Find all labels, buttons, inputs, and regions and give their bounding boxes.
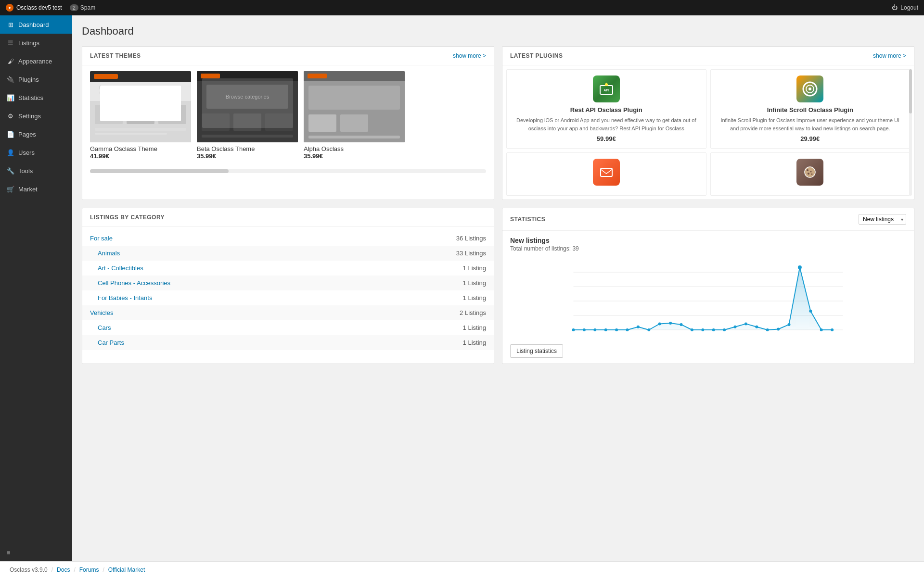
svg-point-67 (809, 310, 812, 313)
topbar-spam[interactable]: 2 Spam (70, 4, 95, 11)
theme-card-2: Browse categories Beta Osclass Theme 35.… (197, 71, 298, 160)
listings-body: For sale 36 Listings Animals 33 Listings… (82, 227, 494, 354)
theme-name-1: Gamma Osclass Theme (90, 145, 191, 152)
statistics-dropdown[interactable]: New listings Views (859, 214, 906, 225)
theme-name-2: Beta Osclass Theme (197, 145, 298, 152)
sidebar-item-pages[interactable]: 📄 Pages (0, 125, 72, 143)
plugins-scrollbar (909, 69, 912, 196)
topbar-site[interactable]: ● Osclass dev5 test (6, 4, 62, 12)
table-row: For sale 36 Listings (82, 231, 494, 246)
svg-point-37 (808, 173, 809, 175)
sidebar-item-plugins[interactable]: 🔌 Plugins (0, 70, 72, 88)
table-row: Vehicles 2 Listings (82, 305, 494, 320)
sidebar-toggle[interactable]: ≡ (0, 544, 72, 561)
themes-show-more[interactable]: show more > (453, 52, 486, 59)
table-row: Car Parts 1 Listing (82, 335, 494, 350)
category-link-animals[interactable]: Animals (98, 250, 120, 257)
svg-point-56 (691, 328, 693, 331)
svg-rect-23 (308, 86, 400, 110)
pages-icon: 📄 (7, 130, 14, 138)
sidebar-label-plugins: Plugins (18, 76, 39, 83)
table-row: Cars 1 Listing (82, 320, 494, 335)
spam-label: Spam (80, 4, 95, 11)
svg-point-63 (766, 328, 769, 331)
themes-scrollbar[interactable] (90, 169, 486, 173)
category-link-babies[interactable]: For Babies - Infants (98, 294, 152, 302)
sidebar-item-settings[interactable]: ⚙ Settings (0, 107, 72, 125)
sidebar-label-users: Users (18, 149, 35, 156)
sidebar-label-appearance: Appearance (18, 58, 52, 65)
statistics-dropdown-wrap: New listings Views (859, 214, 906, 225)
svg-point-65 (788, 323, 791, 326)
theme-image-3 (304, 71, 405, 142)
svg-text:API: API (603, 88, 609, 92)
appearance-icon: 🖌 (7, 57, 14, 65)
svg-point-58 (712, 328, 715, 331)
sidebar-item-listings[interactable]: ☰ Listings (0, 34, 72, 52)
chart-title: New listings (510, 237, 906, 244)
theme-card-3: Alpha Osclass 35.99€ (304, 71, 405, 160)
chart-area (510, 258, 906, 335)
svg-point-69 (831, 328, 834, 331)
plugins-show-more[interactable]: show more > (873, 52, 906, 59)
svg-rect-10 (95, 133, 167, 135)
footer-forums[interactable]: Forums (79, 566, 99, 573)
plugin-price-1: 59.99€ (513, 135, 700, 142)
sidebar-item-dashboard[interactable]: ⊞ Dashboard (0, 15, 72, 34)
svg-rect-16 (202, 113, 230, 131)
footer-docs[interactable]: Docs (57, 566, 70, 573)
plugin-name-2: Infinite Scroll Osclass Plugin (717, 106, 904, 113)
sidebar: ⊞ Dashboard ☰ Listings 🖌 Appearance 🔌 Pl… (0, 15, 72, 561)
settings-icon: ⚙ (7, 112, 14, 120)
sidebar-label-tools: Tools (18, 167, 33, 175)
main-content: Dashboard LATEST THEMES show more > (72, 15, 924, 561)
plugin-card-4 (710, 152, 911, 196)
api-icon: API (599, 82, 614, 96)
sidebar-item-tools[interactable]: 🔧 Tools (0, 162, 72, 180)
themes-panel-title: LATEST THEMES (90, 52, 141, 59)
sidebar-label-listings: Listings (18, 39, 39, 47)
footer-market[interactable]: Official Market (108, 566, 145, 573)
svg-rect-19 (202, 135, 293, 138)
svg-point-49 (615, 328, 618, 331)
svg-rect-5 (100, 91, 157, 94)
svg-rect-6 (95, 105, 123, 124)
plugin-icon-4 (796, 159, 823, 186)
sidebar-item-users[interactable]: 👤 Users (0, 143, 72, 162)
theme-svg-1 (90, 71, 191, 142)
sidebar-item-appearance[interactable]: 🖌 Appearance (0, 52, 72, 70)
category-link-vehicles[interactable]: Vehicles (90, 309, 113, 316)
svg-point-35 (807, 169, 808, 171)
themes-panel: LATEST THEMES show more > (82, 46, 494, 200)
svg-rect-9 (95, 128, 186, 131)
page-title: Dashboard (82, 25, 914, 38)
theme-image-1 (90, 71, 191, 142)
table-row: Cell Phones - Accessories 1 Listing (82, 276, 494, 290)
listing-stats-button[interactable]: Listing statistics (510, 344, 563, 358)
statistics-footer: Listing statistics (502, 340, 914, 364)
category-link-cellphones[interactable]: Cell Phones - Accessories (98, 279, 170, 287)
statistics-panel-title: STATISTICS (510, 216, 545, 223)
mail-icon (599, 165, 614, 179)
logout-button[interactable]: ⏻ Logout (892, 4, 918, 11)
svg-point-45 (572, 328, 575, 331)
chart-svg (510, 258, 906, 335)
sidebar-item-statistics[interactable]: 📊 Statistics (0, 88, 72, 107)
themes-scrollbar-thumb (90, 169, 229, 173)
svg-point-60 (734, 326, 737, 328)
plugins-body: API Rest API Osclass Plugin Developing i… (502, 65, 914, 200)
svg-rect-25 (340, 114, 368, 132)
theme-svg-3 (304, 71, 405, 142)
footer: Osclass v3.9.0 / Docs / Forums / Officia… (0, 561, 924, 578)
svg-rect-11 (197, 71, 298, 142)
category-link-cars[interactable]: Cars (98, 324, 111, 331)
bottom-panels-row: LISTINGS BY CATEGORY For sale 36 Listing… (82, 208, 914, 364)
category-link-forsale[interactable]: For sale (90, 235, 113, 242)
category-link-art[interactable]: Art - Collectibles (98, 264, 143, 272)
svg-point-55 (680, 323, 683, 326)
plugins-grid: API Rest API Osclass Plugin Developing i… (506, 69, 910, 196)
svg-rect-2 (94, 74, 118, 79)
sidebar-item-market[interactable]: 🛒 Market (0, 180, 72, 198)
category-link-carparts[interactable]: Car Parts (98, 339, 124, 346)
svg-rect-24 (308, 114, 336, 132)
